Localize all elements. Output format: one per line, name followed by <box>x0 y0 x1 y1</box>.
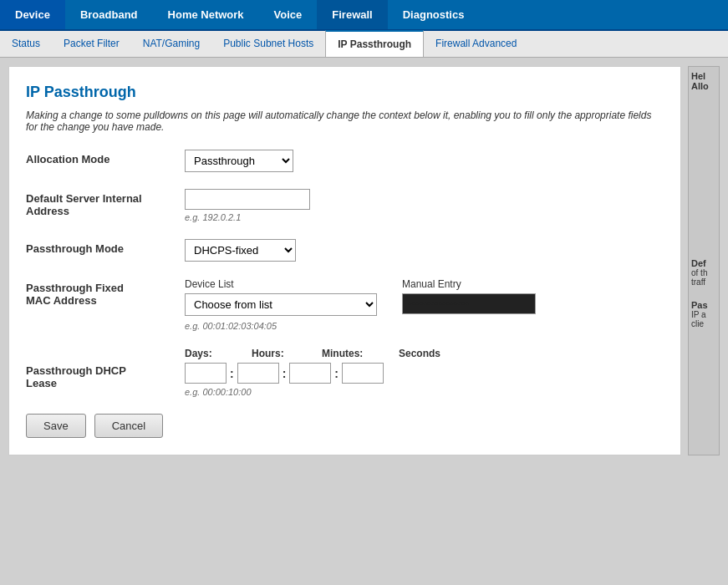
help-section-3: Pas IP aclie <box>691 300 716 328</box>
allocation-mode-control: Passthrough Not Configured <box>185 150 664 172</box>
page-description: Making a change to some pulldowns on thi… <box>26 109 653 133</box>
manual-entry-header: Manual Entry <box>402 278 536 290</box>
cancel-button[interactable]: Cancel <box>94 414 163 438</box>
default-server-control: e.g. 192.0.2.1 <box>185 189 664 222</box>
default-server-label: Default Server InternalAddress <box>26 189 185 217</box>
device-list-select[interactable]: Choose from list <box>185 293 377 316</box>
allocation-mode-select[interactable]: Passthrough Not Configured <box>185 150 293 172</box>
nav-device[interactable]: Device <box>0 0 65 29</box>
dhcp-hours-header: Hours: <box>252 348 305 359</box>
page-title: IP Passthrough <box>26 84 664 101</box>
passthrough-mode-control: DHCPS-fixed DHCPS-dynamic Manual <box>185 239 664 262</box>
passthrough-mac-label: Passthrough FixedMAC Address <box>26 278 185 307</box>
passthrough-mode-select[interactable]: DHCPS-fixed DHCPS-dynamic Manual <box>185 239 296 262</box>
dhcp-headers: Days: Hours: Minutes: Seconds <box>185 348 664 359</box>
help-text-3: IP aclie <box>691 310 716 328</box>
help-panel: HelAllo Def of thtraff Pas IP aclie <box>688 66 720 455</box>
allocation-mode-label: Allocation Mode <box>26 150 185 165</box>
manual-entry-hint: e.g. 00:01:02:03:04:05 <box>185 321 664 331</box>
subnav-packet-filter[interactable]: Packet Filter <box>52 31 131 57</box>
dhcp-sep-2: : <box>283 367 287 380</box>
help-section-2: Def of thtraff <box>691 258 716 287</box>
dhcp-seconds-input[interactable]: 0 <box>342 363 384 384</box>
content-panel: IP Passthrough Making a change to some p… <box>8 66 681 455</box>
device-list-column: Device List Choose from list <box>185 278 377 316</box>
subnav-status[interactable]: Status <box>0 31 52 57</box>
dhcp-hint: e.g. 00:00:10:00 <box>185 387 664 397</box>
dhcp-sep-1: : <box>230 367 234 380</box>
dhcp-minutes-input[interactable]: 10 <box>289 363 331 384</box>
help-title-2: Def <box>691 258 716 268</box>
dhcp-fields: 0 : 0 : 10 : 0 <box>185 363 664 384</box>
passthrough-mode-row: Passthrough Mode DHCPS-fixed DHCPS-dynam… <box>26 239 664 262</box>
mac-columns: Device List Choose from list Manual Entr… <box>185 278 664 316</box>
help-title-3: Pas <box>691 300 716 310</box>
dhcp-days-header: Days: <box>185 348 235 359</box>
nav-broadband[interactable]: Broadband <box>65 0 153 29</box>
help-text-2: of thtraff <box>691 268 716 287</box>
manual-entry-input[interactable] <box>402 293 536 314</box>
default-server-hint: e.g. 192.0.2.1 <box>185 212 664 222</box>
dhcp-seconds-header: Seconds <box>399 348 440 359</box>
dhcp-minutes-header: Minutes: <box>322 348 382 359</box>
passthrough-mode-label: Passthrough Mode <box>26 239 185 255</box>
sub-navigation: Status Packet Filter NAT/Gaming Public S… <box>0 31 728 58</box>
dhcp-inputs: Days: Hours: Minutes: Seconds 0 : 0 : 10… <box>185 348 664 397</box>
dhcp-days-input[interactable]: 0 <box>185 363 227 384</box>
dhcp-label: Passthrough DHCPLease <box>26 348 185 389</box>
subnav-ip-passthrough[interactable]: IP Passthrough <box>325 30 424 57</box>
allocation-mode-row: Allocation Mode Passthrough Not Configur… <box>26 150 664 172</box>
nav-voice[interactable]: Voice <box>259 0 318 29</box>
default-server-row: Default Server InternalAddress e.g. 192.… <box>26 189 664 222</box>
subnav-firewall-advanced[interactable]: Firewall Advanced <box>424 31 528 57</box>
dhcp-sep-3: : <box>334 367 339 380</box>
dhcp-hours-input[interactable]: 0 <box>237 363 279 384</box>
save-button[interactable]: Save <box>26 414 86 438</box>
nav-diagnostics[interactable]: Diagnostics <box>388 0 480 29</box>
help-title-1: HelAllo <box>691 71 716 91</box>
passthrough-mac-row: Passthrough FixedMAC Address Device List… <box>26 278 664 331</box>
dhcp-lease-row: Passthrough DHCPLease Days: Hours: Minut… <box>26 348 664 397</box>
help-section-1: HelAllo <box>691 71 716 91</box>
subnav-nat-gaming[interactable]: NAT/Gaming <box>131 31 211 57</box>
top-navigation: Device Broadband Home Network Voice Fire… <box>0 0 728 31</box>
default-server-input[interactable] <box>185 189 310 210</box>
device-list-header: Device List <box>185 278 377 290</box>
nav-home-network[interactable]: Home Network <box>153 0 259 29</box>
subnav-public-subnet[interactable]: Public Subnet Hosts <box>211 31 325 57</box>
main-layout: IP Passthrough Making a change to some p… <box>0 58 728 464</box>
nav-firewall[interactable]: Firewall <box>317 0 387 29</box>
button-row: Save Cancel <box>26 414 664 438</box>
passthrough-mac-control: Device List Choose from list Manual Entr… <box>185 278 664 331</box>
manual-entry-column: Manual Entry <box>402 278 536 316</box>
